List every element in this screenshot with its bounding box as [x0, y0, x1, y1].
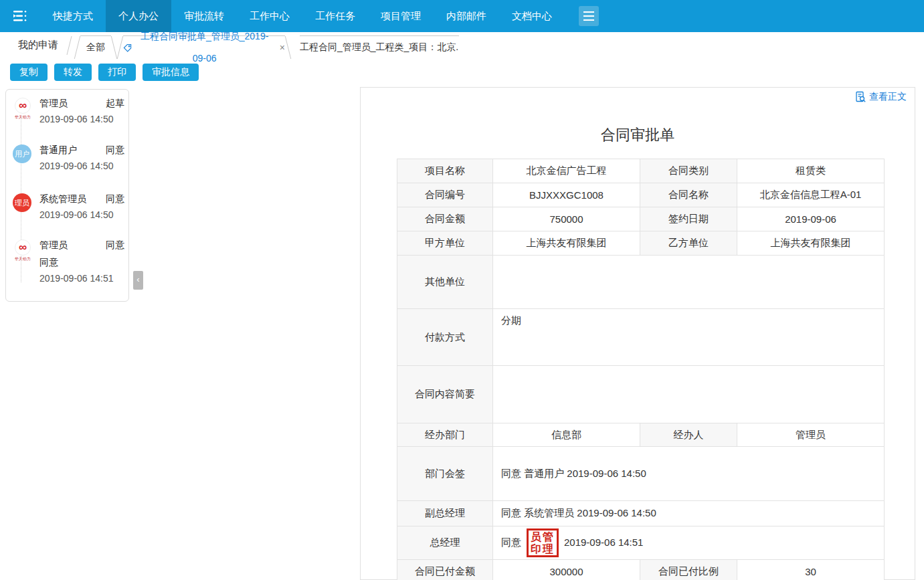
tab-close-icon[interactable]: ×	[280, 37, 285, 59]
timeline-entry-admin-approve: ∞ 华天动力 管理员 同意 同意 2019-09-06 14:51	[13, 239, 124, 284]
approval-timeline-panel: ∞ 华天动力 管理员 起草 2019-09-06 14:50 用户 普通用户 同…	[5, 89, 129, 302]
field-value: 750000	[493, 207, 640, 231]
field-value: 同意 普通用户 2019-09-06 14:50	[493, 447, 885, 501]
avatar: 理员	[13, 193, 33, 212]
approval-datetime: 2019-09-06 14:50	[39, 161, 124, 171]
field-label: 合同内容简要	[397, 366, 493, 423]
form-title: 合同审批单	[361, 125, 915, 145]
field-label: 合同已付金额	[397, 560, 493, 580]
table-row: 副总经理 同意 系统管理员 2019-09-06 14:50	[397, 501, 885, 526]
field-value: 上海共友有限集团	[737, 231, 885, 256]
field-label: 付款方式	[397, 309, 493, 366]
field-value: 管理员	[737, 423, 885, 447]
approval-datetime: 2019-09-06 14:51	[39, 273, 124, 284]
field-label: 部门会签	[397, 447, 493, 501]
avatar: ∞ 华天动力	[13, 239, 33, 262]
field-label: 合同已付比例	[640, 560, 737, 580]
nav-item-document-center[interactable]: 文档中心	[499, 0, 565, 32]
field-value: 信息部	[493, 423, 640, 447]
seal-line-2: 印理	[531, 543, 555, 555]
field-value: 2019-09-06	[737, 207, 885, 231]
field-label: 总经理	[397, 526, 493, 560]
field-label: 合同金额	[397, 207, 493, 231]
table-row: 经办部门 信息部 经办人 管理员	[397, 423, 885, 447]
tab-contract-document[interactable]: 工程合同_管理员_工程类_项目：北京...	[300, 35, 459, 59]
menu-collapse-glyph	[11, 8, 29, 24]
approver-name: 系统管理员	[39, 193, 86, 205]
field-value	[493, 366, 885, 423]
field-value: 同意员管印理2019-09-06 14:51	[493, 526, 885, 560]
sidebar-collapse-handle[interactable]: ‹	[133, 271, 143, 290]
forward-button[interactable]: 转发	[54, 64, 92, 81]
copy-button[interactable]: 复制	[10, 64, 48, 81]
approver-name: 管理员	[39, 239, 68, 252]
field-value: 租赁类	[737, 159, 885, 183]
field-value: 北京金信信息工程A-01	[737, 183, 885, 207]
field-label: 其他单位	[397, 256, 493, 309]
menu-collapse-icon[interactable]	[0, 0, 40, 32]
approver-name: 普通用户	[39, 144, 77, 157]
field-label: 签约日期	[640, 207, 737, 231]
field-label: 项目名称	[397, 159, 493, 183]
nav-item-project-management[interactable]: 项目管理	[368, 0, 434, 32]
approval-action: 同意	[106, 193, 124, 205]
field-value: BJJXXXGC1008	[493, 183, 640, 207]
field-label: 合同编号	[397, 183, 493, 207]
table-row: 合同编号 BJJXXXGC1008 合同名称 北京金信信息工程A-01	[397, 183, 885, 207]
timeline-entry-sysadmin-approve: 理员 系统管理员 同意 2019-09-06 14:50	[13, 193, 124, 220]
company-logo-text: 华天动力	[14, 114, 31, 120]
tabbar-root-label[interactable]: 我的申请	[18, 32, 58, 58]
view-document-icon	[854, 91, 866, 103]
timeline-entry-user-approve: 用户 普通用户 同意 2019-09-06 14:50	[13, 144, 124, 171]
gm-approval-datetime: 2019-09-06 14:51	[564, 536, 643, 547]
view-body-label: 查看正文	[869, 91, 907, 103]
approver-name: 管理员	[39, 98, 68, 110]
seal-line-1: 员管	[531, 531, 555, 543]
timeline-entry-draft: ∞ 华天动力 管理员 起草 2019-09-06 14:50	[13, 98, 124, 124]
company-logo-icon: ∞	[15, 98, 31, 114]
approval-info-button[interactable]: 审批信息	[143, 64, 199, 81]
tab-all[interactable]: 全部	[80, 35, 111, 59]
table-row: 部门会签 同意 普通用户 2019-09-06 14:50	[397, 447, 885, 501]
view-body-link[interactable]: 查看正文	[854, 91, 907, 103]
company-logo-icon: ∞	[15, 239, 31, 256]
print-button[interactable]: 打印	[98, 64, 136, 81]
avatar: 用户	[13, 144, 33, 163]
approval-datetime: 2019-09-06 14:50	[39, 209, 124, 220]
contract-table: 项目名称 北京金信广告工程 合同类别 租赁类 合同编号 BJJXXXGC1008…	[397, 159, 885, 580]
document-tabbar: 我的申请 全部 工程合同审批单_管理员_2019-09-06 × 工程合同_管理…	[0, 32, 924, 60]
approval-action: 同意	[106, 239, 124, 252]
table-row: 合同内容简要	[397, 366, 885, 423]
table-row: 项目名称 北京金信广告工程 合同类别 租赁类	[397, 159, 885, 183]
field-label: 合同类别	[640, 159, 737, 183]
tab-contract-approval-active[interactable]: 工程合同审批单_管理员_2019-09-06 ×	[123, 35, 285, 59]
action-toolbar: 复制 转发 打印 审批信息	[0, 60, 924, 84]
company-logo-text: 华天动力	[14, 256, 31, 262]
app-window: 快捷方式 个人办公 审批流转 工作中心 工作任务 项目管理 内部邮件 文档中心 …	[0, 0, 924, 580]
table-row: 合同已付金额 300000 合同已付比例 30	[397, 560, 885, 580]
tabbar-divider	[67, 36, 72, 55]
field-value: 北京金信广告工程	[493, 159, 640, 183]
field-value: 分期	[493, 309, 885, 366]
field-label: 乙方单位	[640, 231, 737, 256]
approval-action: 起草	[106, 98, 124, 110]
admin-avatar-icon: 理员	[13, 193, 31, 212]
table-row: 付款方式 分期	[397, 309, 885, 366]
approval-action: 同意	[106, 144, 124, 157]
field-value: 上海共友有限集团	[493, 231, 640, 256]
tag-icon	[123, 43, 132, 53]
nav-item-work-tasks[interactable]: 工作任务	[302, 0, 368, 32]
table-row: 甲方单位 上海共友有限集团 乙方单位 上海共友有限集团	[397, 231, 885, 256]
nav-item-shortcuts[interactable]: 快捷方式	[40, 0, 106, 32]
nav-item-internal-mail[interactable]: 内部邮件	[434, 0, 499, 32]
table-row: 其他单位	[397, 256, 885, 309]
approval-note: 同意	[39, 257, 124, 269]
field-label: 经办人	[640, 423, 737, 447]
gm-approval-text: 同意	[501, 536, 521, 547]
field-value: 同意 系统管理员 2019-09-06 14:50	[493, 501, 885, 526]
more-menus-hamburger-icon[interactable]	[579, 6, 599, 26]
field-value: 300000	[493, 560, 640, 580]
field-value: 30	[737, 560, 885, 580]
user-avatar-icon: 用户	[13, 144, 31, 163]
contract-form-panel: 查看正文 合同审批单 项目名称 北京金信广告工程 合同类别 租赁类 合同编号 B…	[360, 87, 915, 580]
